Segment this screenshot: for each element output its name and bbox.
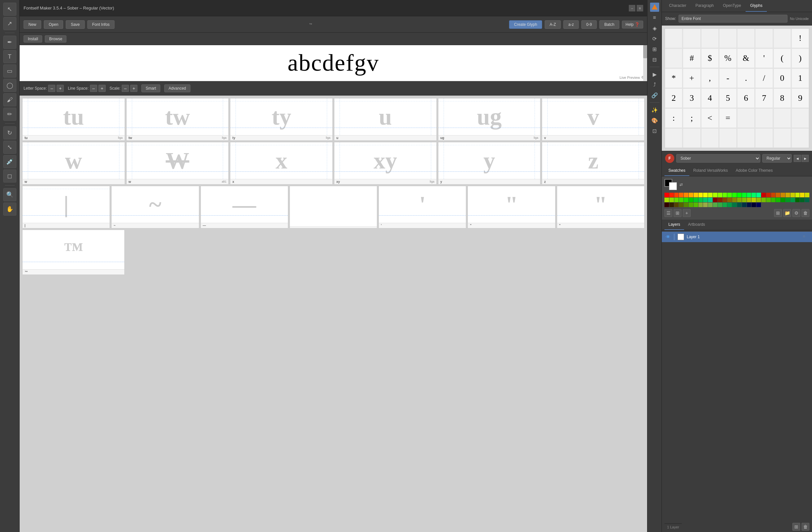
glyph-box-rparen[interactable]: ) bbox=[792, 48, 809, 68]
glyph-cell-xy[interactable]: xy xy liga bbox=[334, 142, 437, 185]
swatch[interactable] bbox=[747, 198, 752, 202]
glyph-box-lparen[interactable]: ( bbox=[773, 48, 791, 68]
pathfinder-icon-btn[interactable]: ⊟ bbox=[650, 55, 659, 64]
glyph-box-5[interactable]: 5 bbox=[719, 88, 737, 108]
advanced-button[interactable]: Advanced bbox=[164, 84, 190, 92]
selection-tool[interactable]: ↖ bbox=[3, 3, 16, 16]
glyph-box-semi[interactable]: ; bbox=[683, 108, 700, 128]
glyph-box-slash[interactable]: / bbox=[755, 68, 773, 88]
glyph-box[interactable] bbox=[683, 128, 700, 148]
glyph-box[interactable] bbox=[719, 128, 737, 148]
glyph-box-minus[interactable]: - bbox=[719, 68, 737, 88]
tab-character[interactable]: Character bbox=[665, 0, 691, 12]
swatch[interactable] bbox=[737, 193, 742, 197]
swatch[interactable] bbox=[781, 198, 785, 202]
glyph-box[interactable] bbox=[701, 28, 719, 48]
swatch[interactable] bbox=[694, 202, 698, 207]
glyph-cell-y[interactable]: y y bbox=[438, 142, 541, 185]
swatch[interactable] bbox=[732, 198, 737, 202]
swatch[interactable] bbox=[665, 193, 669, 197]
transform-icon-btn[interactable]: ⟳ bbox=[650, 34, 659, 43]
swatch[interactable] bbox=[718, 202, 722, 207]
glyph-box-period[interactable]: . bbox=[737, 68, 755, 88]
swatch[interactable] bbox=[718, 198, 722, 202]
swatch[interactable] bbox=[727, 202, 732, 207]
glyph-box[interactable] bbox=[773, 108, 791, 128]
line-space-minus[interactable]: – bbox=[90, 85, 97, 92]
swatch[interactable] bbox=[752, 198, 756, 202]
letter-space-plus[interactable]: + bbox=[57, 85, 64, 92]
swatch[interactable] bbox=[698, 198, 703, 202]
glyph-box[interactable] bbox=[792, 128, 809, 148]
glyph-box[interactable] bbox=[701, 128, 719, 148]
swatch[interactable] bbox=[747, 193, 752, 197]
glyph-box-ast[interactable]: * bbox=[665, 68, 682, 88]
weight-dropdown[interactable]: Regular Bold Italic bbox=[762, 154, 792, 163]
swatch[interactable] bbox=[665, 202, 669, 207]
swatch[interactable] bbox=[766, 198, 771, 202]
az-lower-button[interactable]: a-z bbox=[563, 20, 579, 29]
next-btn[interactable]: ▸ bbox=[801, 155, 809, 162]
swatches-tab-roland[interactable]: Roland VersaWorks bbox=[689, 166, 732, 176]
swatch[interactable] bbox=[737, 202, 742, 207]
swatch[interactable] bbox=[703, 202, 708, 207]
swatch[interactable] bbox=[771, 198, 776, 202]
fontself-icon-btn[interactable] bbox=[650, 3, 659, 12]
swatch[interactable] bbox=[669, 193, 674, 197]
glyph-box[interactable] bbox=[737, 128, 755, 148]
zoom-tool[interactable]: 🔍 bbox=[3, 188, 16, 201]
glyph-box-4[interactable]: 4 bbox=[701, 88, 719, 108]
line-space-plus[interactable]: + bbox=[99, 85, 106, 92]
glyph-cell-ldquote[interactable]: " " bbox=[467, 186, 555, 228]
swatch[interactable] bbox=[756, 198, 761, 202]
swatch[interactable] bbox=[713, 193, 717, 197]
swatch[interactable] bbox=[766, 193, 771, 197]
glyph-box-apos[interactable]: ' bbox=[755, 48, 773, 68]
glyph-box-colon[interactable]: : bbox=[665, 108, 682, 128]
glyph-box-7[interactable]: 7 bbox=[755, 88, 773, 108]
hand-tool[interactable]: ✋ bbox=[3, 202, 16, 216]
glyph-box-0[interactable]: 0 bbox=[773, 68, 791, 88]
swatch-options-btn[interactable]: ⚙ bbox=[792, 209, 800, 217]
swatch[interactable] bbox=[761, 198, 766, 202]
swatch[interactable] bbox=[688, 198, 693, 202]
glyph-cell-w[interactable]: w w bbox=[22, 142, 125, 185]
help-button[interactable]: Help ❓ bbox=[622, 20, 643, 28]
swatch[interactable] bbox=[805, 193, 809, 197]
swatch[interactable] bbox=[727, 193, 732, 197]
az-button[interactable]: A-Z bbox=[545, 20, 561, 29]
swatch[interactable] bbox=[694, 198, 698, 202]
save-button[interactable]: Save bbox=[66, 20, 84, 29]
new-button[interactable]: New bbox=[24, 20, 41, 29]
swatch[interactable] bbox=[698, 193, 703, 197]
glyph-box-exclaim[interactable]: ! bbox=[792, 28, 809, 48]
swatch[interactable] bbox=[665, 198, 669, 202]
glyph-cell-ty[interactable]: ty ty liga bbox=[230, 98, 333, 141]
direct-selection-tool[interactable]: ↗ bbox=[3, 17, 16, 30]
gradient-tool[interactable]: ◻ bbox=[3, 170, 16, 183]
glyph-box-8[interactable]: 8 bbox=[773, 88, 791, 108]
swatch[interactable] bbox=[795, 193, 800, 197]
tab-paragraph[interactable]: Paragraph bbox=[691, 0, 719, 12]
glyph-cell-ug[interactable]: ug ug liga bbox=[438, 98, 541, 141]
glyph-box[interactable] bbox=[755, 128, 773, 148]
glyph-cell-squote[interactable]: ' ' bbox=[378, 186, 466, 228]
swatch[interactable] bbox=[723, 193, 727, 197]
glyph-cell-tilde[interactable]: ~ ~ bbox=[111, 186, 199, 228]
play-icon-btn[interactable]: ▶ bbox=[650, 70, 659, 79]
type-tool[interactable]: T bbox=[3, 50, 16, 63]
swatch[interactable] bbox=[795, 198, 800, 202]
menu-icon-btn[interactable]: ≡ bbox=[650, 13, 659, 22]
swatch[interactable] bbox=[752, 202, 756, 207]
glyph-box[interactable] bbox=[719, 28, 737, 48]
glyph-box[interactable] bbox=[737, 108, 755, 128]
glyph-cell-x[interactable]: x x bbox=[230, 142, 333, 185]
swatch[interactable] bbox=[800, 193, 804, 197]
glyph-box[interactable] bbox=[755, 108, 773, 128]
select-icon-btn[interactable]: ⊡ bbox=[650, 126, 659, 135]
swatch[interactable] bbox=[679, 193, 683, 197]
numbers-button[interactable]: 0-9 bbox=[581, 20, 597, 29]
glyph-box-9[interactable]: 9 bbox=[792, 88, 809, 108]
new-swatch-btn[interactable]: ⊞ bbox=[774, 209, 782, 217]
swatch[interactable] bbox=[732, 202, 737, 207]
